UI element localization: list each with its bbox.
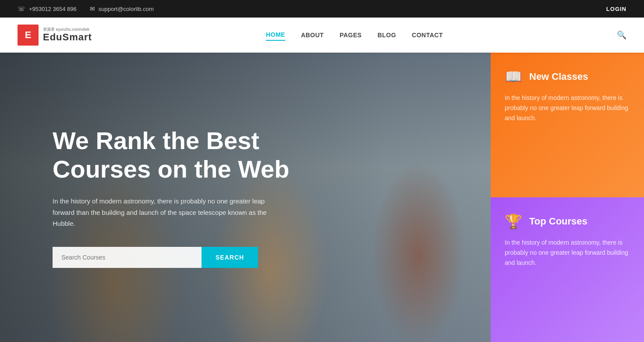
email-address: support@colorlib.com: [99, 6, 154, 12]
card-top-courses: 🏆 Top Courses In the history of modern a…: [491, 197, 644, 342]
search-button[interactable]: SEARCH: [202, 247, 258, 268]
nav-contact[interactable]: CONTACT: [412, 30, 443, 40]
card-top-courses-header: 🏆 Top Courses: [505, 213, 630, 230]
navbar: E 资源君 eyunzhu.com/vdisk EduSmart HOME AB…: [0, 18, 644, 53]
search-input[interactable]: [53, 247, 202, 268]
card-new-classes-title: New Classes: [529, 71, 588, 82]
card-new-classes: 📖 New Classes In the history of modern a…: [491, 53, 644, 197]
nav-about[interactable]: ABOUT: [301, 30, 324, 40]
phone-icon: ☏: [18, 5, 25, 12]
card-top-courses-desc: In the history of modern astronomy, ther…: [505, 238, 630, 268]
nav-links: HOME ABOUT PAGES BLOG CONTACT: [266, 29, 443, 41]
brand: E 资源君 eyunzhu.com/vdisk EduSmart: [18, 25, 92, 46]
phone-number: +953012 3654 896: [29, 6, 77, 12]
hero-cards: 📖 New Classes In the history of modern a…: [491, 53, 644, 342]
brand-name: EduSmart: [43, 32, 92, 43]
book-icon: 📖: [505, 68, 522, 85]
card-new-classes-header: 📖 New Classes: [505, 68, 630, 85]
search-icon[interactable]: 🔍: [617, 30, 626, 40]
hero-search-bar: SEARCH: [53, 247, 307, 268]
brand-logo: E: [18, 25, 39, 46]
login-button[interactable]: LOGIN: [606, 6, 626, 12]
nav-blog[interactable]: BLOG: [378, 30, 396, 40]
top-bar: ☏ +953012 3654 896 ✉ support@colorlib.co…: [0, 0, 644, 18]
email-item: ✉ support@colorlib.com: [90, 5, 154, 12]
nav-pages[interactable]: PAGES: [340, 30, 361, 40]
trophy-icon: 🏆: [505, 213, 522, 230]
hero-description: In the history of modern astronomy, ther…: [53, 196, 280, 229]
top-bar-left: ☏ +953012 3654 896 ✉ support@colorlib.co…: [18, 5, 154, 12]
hero-content: We Rank the Best Courses on the Web In t…: [0, 127, 307, 267]
hero-title: We Rank the Best Courses on the Web: [53, 127, 307, 183]
hero-section: We Rank the Best Courses on the Web In t…: [0, 53, 644, 342]
nav-home[interactable]: HOME: [266, 29, 285, 41]
card-top-courses-title: Top Courses: [529, 216, 587, 227]
phone-item: ☏ +953012 3654 896: [18, 5, 77, 12]
email-icon: ✉: [90, 5, 95, 12]
brand-sub: 资源君 eyunzhu.com/vdisk: [43, 28, 92, 32]
brand-text: 资源君 eyunzhu.com/vdisk EduSmart: [43, 28, 92, 43]
card-new-classes-desc: In the history of modern astronomy, ther…: [505, 93, 630, 123]
